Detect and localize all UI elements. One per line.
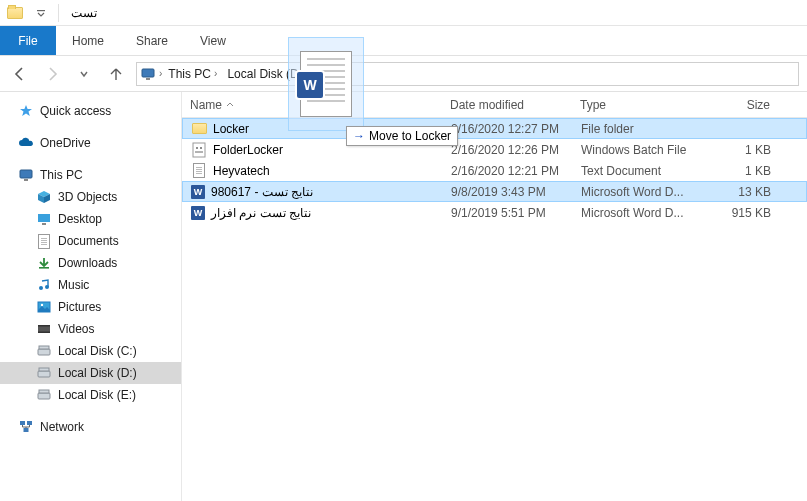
- nav-label: 3D Objects: [58, 190, 117, 204]
- svg-rect-3: [20, 170, 32, 178]
- svg-point-8: [39, 286, 43, 290]
- tab-share[interactable]: Share: [120, 26, 184, 55]
- chevron-right-icon[interactable]: ›: [159, 68, 162, 79]
- forward-button[interactable]: [40, 62, 64, 86]
- file-size: 13 KB: [703, 185, 783, 199]
- col-date[interactable]: Date modified: [442, 98, 572, 112]
- batch-file-icon: [191, 142, 207, 158]
- nav-desktop[interactable]: Desktop: [0, 208, 181, 230]
- file-row[interactable]: Wنتایج تست نرم افزار9/1/2019 5:51 PMMicr…: [182, 202, 807, 223]
- nav-3d-objects[interactable]: 3D Objects: [0, 186, 181, 208]
- file-name: FolderLocker: [213, 143, 283, 157]
- crumb-this-pc[interactable]: This PC›: [164, 67, 221, 81]
- file-row[interactable]: W980617 - نتایج تست9/8/2019 3:43 PMMicro…: [182, 181, 807, 202]
- file-name: 980617 - نتایج تست: [211, 185, 313, 199]
- nav-label: Music: [58, 278, 89, 292]
- svg-rect-14: [38, 332, 50, 334]
- svg-rect-17: [38, 371, 50, 377]
- pc-icon: [18, 167, 34, 183]
- svg-rect-0: [37, 10, 45, 11]
- download-icon: [36, 255, 52, 271]
- documents-icon: [36, 233, 52, 249]
- nav-label: Local Disk (E:): [58, 388, 136, 402]
- pc-icon: [139, 67, 157, 81]
- nav-label: Quick access: [40, 104, 111, 118]
- nav-quick-access[interactable]: Quick access: [0, 100, 181, 122]
- disk-icon: [36, 365, 52, 381]
- videos-icon: [36, 321, 52, 337]
- back-button[interactable]: [8, 62, 32, 86]
- file-tab[interactable]: File: [0, 26, 56, 55]
- svg-rect-5: [38, 214, 50, 222]
- svg-point-11: [41, 304, 43, 306]
- word-icon: W: [191, 185, 205, 199]
- navigation-pane: Quick access OneDrive This PC 3D Objects…: [0, 92, 182, 501]
- svg-rect-20: [39, 390, 49, 393]
- breadcrumb[interactable]: › This PC› Local Disk (D:)›: [136, 62, 799, 86]
- recent-dropdown-icon[interactable]: [72, 62, 96, 86]
- file-date: 2/16/2020 12:26 PM: [443, 143, 573, 157]
- nav-label: Local Disk (C:): [58, 344, 137, 358]
- folder-icon: [4, 2, 26, 24]
- address-bar: › This PC› Local Disk (D:)›: [0, 56, 807, 92]
- network-icon: [18, 419, 34, 435]
- qat-dropdown-icon[interactable]: [30, 2, 52, 24]
- file-row[interactable]: Heyvatech2/16/2020 12:21 PMText Document…: [182, 160, 807, 181]
- ribbon-tabs: File Home Share View: [0, 26, 807, 56]
- svg-point-26: [200, 147, 202, 149]
- text-file-icon: [191, 163, 207, 179]
- file-name: Heyvatech: [213, 164, 270, 178]
- file-size: 1 KB: [703, 164, 783, 178]
- col-name[interactable]: Name: [182, 98, 442, 112]
- nav-this-pc[interactable]: This PC: [0, 164, 181, 186]
- window-title: تست: [65, 6, 97, 20]
- file-row[interactable]: Locker2/16/2020 12:27 PMFile folder: [182, 118, 807, 139]
- nav-label: Network: [40, 420, 84, 434]
- file-row[interactable]: FolderLocker2/16/2020 12:26 PMWindows Ba…: [182, 139, 807, 160]
- nav-label: Documents: [58, 234, 119, 248]
- disk-icon: [36, 387, 52, 403]
- svg-rect-23: [24, 428, 29, 432]
- svg-rect-18: [39, 368, 49, 371]
- svg-rect-7: [39, 267, 49, 269]
- nav-local-disk-d[interactable]: Local Disk (D:): [0, 362, 181, 384]
- disk-icon: [36, 343, 52, 359]
- nav-label: Videos: [58, 322, 94, 336]
- file-size: 915 KB: [703, 206, 783, 220]
- nav-label: Local Disk (D:): [58, 366, 137, 380]
- nav-label: OneDrive: [40, 136, 91, 150]
- svg-rect-22: [27, 421, 32, 425]
- nav-pictures[interactable]: Pictures: [0, 296, 181, 318]
- file-type: Text Document: [573, 164, 703, 178]
- svg-point-25: [196, 147, 198, 149]
- cube-icon: [36, 189, 52, 205]
- nav-label: This PC: [40, 168, 83, 182]
- tab-view[interactable]: View: [184, 26, 242, 55]
- crumb-local-disk-d[interactable]: Local Disk (D:)›: [223, 67, 316, 81]
- nav-label: Pictures: [58, 300, 101, 314]
- column-headers: Name Date modified Type Size: [182, 92, 807, 118]
- nav-downloads[interactable]: Downloads: [0, 252, 181, 274]
- nav-label: Downloads: [58, 256, 117, 270]
- file-type: File folder: [573, 122, 703, 136]
- nav-local-disk-e[interactable]: Local Disk (E:): [0, 384, 181, 406]
- up-button[interactable]: [104, 62, 128, 86]
- svg-rect-24: [193, 143, 205, 157]
- word-icon: W: [191, 206, 205, 220]
- file-name: نتایج تست نرم افزار: [211, 206, 311, 220]
- tab-home[interactable]: Home: [56, 26, 120, 55]
- nav-local-disk-c[interactable]: Local Disk (C:): [0, 340, 181, 362]
- nav-onedrive[interactable]: OneDrive: [0, 132, 181, 154]
- music-icon: [36, 277, 52, 293]
- col-type[interactable]: Type: [572, 98, 702, 112]
- file-date: 9/8/2019 3:43 PM: [443, 185, 573, 199]
- nav-documents[interactable]: Documents: [0, 230, 181, 252]
- col-size[interactable]: Size: [702, 98, 782, 112]
- desktop-icon: [36, 211, 52, 227]
- svg-rect-6: [42, 223, 46, 225]
- nav-videos[interactable]: Videos: [0, 318, 181, 340]
- svg-rect-21: [20, 421, 25, 425]
- nav-music[interactable]: Music: [0, 274, 181, 296]
- nav-network[interactable]: Network: [0, 416, 181, 438]
- file-date: 9/1/2019 5:51 PM: [443, 206, 573, 220]
